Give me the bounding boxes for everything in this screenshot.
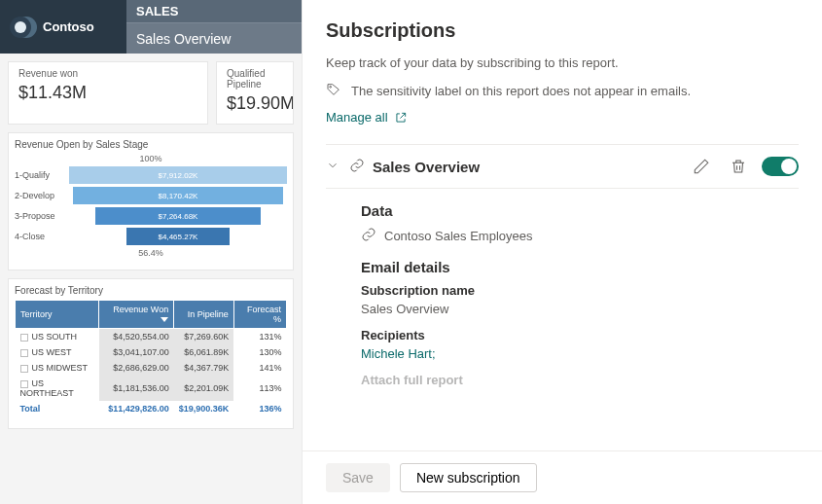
manage-all-link[interactable]: Manage all [326, 110, 799, 125]
table-row[interactable]: US NORTHEAST$1,181,536.00$2,201.09K113% [16, 376, 287, 401]
brand-name: Contoso [43, 19, 94, 34]
manage-all-label: Manage all [326, 110, 388, 125]
brand-logo-icon [10, 15, 35, 40]
kpi-label: Qualified Pipeline [227, 68, 283, 90]
chart-bar-row: 4-Close$4,465.27K [15, 228, 287, 245]
link-icon [361, 227, 376, 245]
recipients-value: Michele Hart; [361, 346, 791, 361]
table-header[interactable]: Territory [16, 301, 99, 329]
attach-label: Attach full report [361, 373, 791, 387]
svg-point-0 [330, 86, 332, 88]
subscriptions-panel: Subscriptions Keep track of your data by… [302, 0, 822, 504]
kpi-revenue-won[interactable]: Revenue won $11.43M [8, 61, 208, 125]
edit-button[interactable] [688, 153, 715, 180]
bar-label: 4-Close [15, 232, 69, 241]
subscription-header: Sales Overview [326, 144, 799, 189]
tag-icon [326, 82, 341, 100]
row-checkbox[interactable] [20, 365, 28, 373]
bar-value: $7,912.02K [69, 166, 287, 184]
bar-label: 3-Propose [15, 211, 69, 221]
kpi-label: Revenue won [18, 68, 197, 79]
subscription-title: Sales Overview [373, 159, 480, 175]
territory-table-panel[interactable]: Forecast by Territory TerritoryRevenue W… [8, 278, 294, 429]
row-checkbox[interactable] [20, 334, 28, 342]
link-icon [349, 158, 365, 176]
panel-footer: Save New subscription [303, 450, 822, 504]
bar-value: $4,465.27K [126, 228, 229, 245]
table-row[interactable]: US MIDWEST$2,686,629.00$4,367.79K141% [16, 360, 287, 376]
enabled-toggle[interactable] [762, 157, 799, 176]
table-header[interactable]: Forecast % [233, 301, 286, 329]
table-row[interactable]: US WEST$3,041,107.00$6,061.89K130% [16, 344, 287, 360]
panel-title: Subscriptions [326, 19, 799, 42]
table-total-row: Total$11,429,826.00$19,900.36K136% [16, 401, 287, 416]
table-header[interactable]: In Pipeline [174, 301, 234, 329]
kpi-qualified-pipeline[interactable]: Qualified Pipeline $19.90M [216, 61, 294, 125]
bar-value: $8,170.42K [73, 187, 282, 204]
row-checkbox[interactable] [20, 380, 28, 388]
bar-value: $7,264.68K [95, 207, 261, 225]
subscription-name-value: Sales Overview [361, 302, 791, 316]
recipients-label: Recipients [361, 328, 791, 342]
chart-bar-row: 3-Propose$7,264.68K [15, 207, 287, 225]
delete-button[interactable] [725, 153, 752, 180]
row-checkbox[interactable] [20, 349, 28, 357]
new-subscription-button[interactable]: New subscription [400, 463, 537, 492]
subscription-name-label: Subscription name [361, 283, 791, 298]
panel-title: Revenue Open by Sales Stage [15, 139, 287, 150]
sensitivity-text: The sensitivity label on this report doe… [351, 84, 691, 98]
chart-bar-row: 2-Develop$8,170.42K [15, 187, 287, 204]
dashboard-pane: Revenue won $11.43M Qualified Pipeline $… [0, 54, 302, 504]
table-header[interactable]: Revenue Won [99, 301, 174, 329]
bar-label: 2-Develop [15, 191, 69, 200]
stages-chart-panel[interactable]: Revenue Open by Sales Stage 100% 1-Quali… [8, 132, 294, 270]
sensitivity-info: The sensitivity label on this report doe… [326, 82, 799, 100]
panel-description: Keep track of your data by subscribing t… [326, 55, 799, 70]
data-source-row: Contoso Sales Employees [361, 227, 791, 245]
save-button[interactable]: Save [326, 463, 390, 492]
data-heading: Data [361, 202, 791, 219]
bar-label: 1-Qualify [15, 170, 69, 180]
table-row[interactable]: US SOUTH$4,520,554.00$7,269.60K131% [16, 329, 287, 345]
chart-bar-row: 1-Qualify$7,912.02K [15, 166, 287, 184]
bottom-percent: 56.4% [15, 248, 287, 258]
panel-title: Forecast by Territory [15, 285, 287, 296]
data-source-value: Contoso Sales Employees [384, 229, 532, 243]
kpi-value: $11.43M [18, 83, 197, 103]
brand-area[interactable]: Contoso [0, 0, 126, 54]
territory-table: TerritoryRevenue WonIn PipelineForecast … [15, 300, 287, 416]
kpi-value: $19.90M [227, 93, 283, 114]
top-percent: 100% [15, 154, 287, 163]
email-heading: Email details [361, 259, 791, 275]
expand-toggle[interactable] [326, 159, 340, 175]
